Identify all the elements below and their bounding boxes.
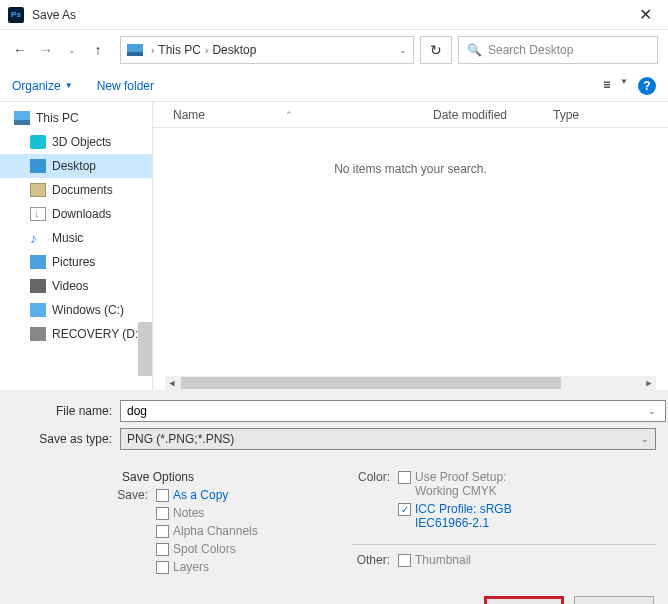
desktop-icon	[30, 159, 46, 173]
sidebar-item-label: RECOVERY (D:)	[52, 327, 142, 341]
icc-label: ICC Profile: sRGB	[415, 502, 512, 516]
close-button[interactable]: ✕	[631, 1, 660, 28]
scroll-right-icon[interactable]: ►	[642, 378, 656, 388]
column-name[interactable]: Name ⌃	[153, 108, 423, 122]
savetype-label: Save as type:	[12, 432, 120, 446]
pic-icon	[30, 255, 46, 269]
notes-checkbox[interactable]	[156, 507, 169, 520]
pc-icon	[14, 111, 30, 125]
music-icon: ♪	[30, 231, 46, 245]
column-type[interactable]: Type	[543, 108, 623, 122]
proof-checkbox[interactable]	[398, 471, 411, 484]
sidebar-item-documents[interactable]: Documents	[0, 178, 152, 202]
path-segment[interactable]: This PC	[158, 43, 201, 57]
icc-label2: IEC61966-2.1	[415, 516, 489, 530]
file-list: Name ⌃ Date modified Type No items match…	[152, 102, 668, 390]
color-label: Color:	[352, 470, 398, 484]
sidebar-item-desktop[interactable]: Desktop	[0, 154, 152, 178]
filename-input[interactable]	[120, 400, 666, 422]
save-button[interactable]: Save	[484, 596, 564, 604]
thumbnail-label: Thumbnail	[415, 553, 471, 567]
dl-icon	[30, 207, 46, 221]
save-label: Save:	[12, 488, 156, 502]
chevron-down-icon: ▼	[65, 81, 73, 90]
other-label: Other:	[352, 553, 398, 567]
sidebar-item-windows-c-[interactable]: Windows (C:)	[0, 298, 152, 322]
pc-icon	[127, 44, 143, 56]
back-button[interactable]: ←	[10, 38, 30, 62]
sidebar-item-label: Videos	[52, 279, 88, 293]
sidebar-item-music[interactable]: ♪Music	[0, 226, 152, 250]
save-options-title: Save Options	[122, 470, 352, 484]
forward-button[interactable]: →	[36, 38, 56, 62]
app-icon: Ps	[8, 7, 24, 23]
sidebar-item-label: 3D Objects	[52, 135, 111, 149]
sidebar-item-label: Pictures	[52, 255, 95, 269]
content-area: This PC3D ObjectsDesktopDocumentsDownloa…	[0, 102, 668, 390]
organize-menu[interactable]: Organize ▼	[12, 79, 73, 93]
svg-rect-0	[604, 81, 610, 83]
new-folder-button[interactable]: New folder	[97, 79, 154, 93]
view-options-button[interactable]: ▼	[604, 77, 628, 95]
horizontal-scrollbar[interactable]: ◄ ►	[165, 376, 656, 390]
column-date[interactable]: Date modified	[423, 108, 543, 122]
navbar: ← → ⌄ ↑ › This PC › Desktop ⌄ ↻ 🔍 Search…	[0, 30, 668, 70]
svg-rect-1	[604, 83, 610, 85]
chevron-down-icon[interactable]: ⌄	[399, 45, 407, 55]
thumbnail-checkbox[interactable]	[398, 554, 411, 567]
column-headers: Name ⌃ Date modified Type	[153, 102, 668, 128]
footer: ⌃ Hide Folders Save Cancel	[0, 588, 668, 604]
form-area: File name: ⌄ Save as type: PNG (*.PNG;*.…	[0, 390, 668, 464]
sort-arrow-icon: ⌃	[285, 110, 293, 120]
sidebar-item-downloads[interactable]: Downloads	[0, 202, 152, 226]
sidebar-item-recovery-d-[interactable]: RECOVERY (D:)	[0, 322, 152, 346]
icc-checkbox[interactable]	[398, 503, 411, 516]
path-box[interactable]: › This PC › Desktop ⌄	[120, 36, 414, 64]
save-options: Save Options Save: As a Copy Notes Alpha…	[0, 464, 668, 588]
scrollbar-thumb[interactable]	[181, 377, 561, 389]
up-button[interactable]: ↑	[88, 38, 108, 62]
chevron-right-icon: ›	[151, 45, 154, 56]
sidebar-item-label: Music	[52, 231, 83, 245]
help-button[interactable]: ?	[638, 77, 656, 95]
rec-icon	[30, 327, 46, 341]
doc-icon	[30, 183, 46, 197]
layers-checkbox[interactable]	[156, 561, 169, 574]
filename-label: File name:	[12, 404, 120, 418]
empty-message: No items match your search.	[153, 162, 668, 176]
chevron-down-icon: ⌄	[641, 434, 649, 444]
sidebar-item-label: Windows (C:)	[52, 303, 124, 317]
as-copy-checkbox[interactable]	[156, 489, 169, 502]
spot-checkbox[interactable]	[156, 543, 169, 556]
search-icon: 🔍	[467, 43, 482, 57]
sidebar-item-label: Desktop	[52, 159, 96, 173]
proof-label2: Working CMYK	[415, 484, 497, 498]
vid-icon	[30, 279, 46, 293]
sidebar-item-3d-objects[interactable]: 3D Objects	[0, 130, 152, 154]
sidebar-item-pictures[interactable]: Pictures	[0, 250, 152, 274]
sidebar-item-this-pc[interactable]: This PC	[0, 106, 152, 130]
recent-dropdown[interactable]: ⌄	[62, 38, 82, 62]
sidebar-item-videos[interactable]: Videos	[0, 274, 152, 298]
proof-label: Use Proof Setup:	[415, 470, 506, 484]
sidebar: This PC3D ObjectsDesktopDocumentsDownloa…	[0, 102, 152, 390]
3d-icon	[30, 135, 46, 149]
alpha-checkbox[interactable]	[156, 525, 169, 538]
path-segment[interactable]: Desktop	[212, 43, 256, 57]
spot-label: Spot Colors	[173, 542, 236, 556]
win-icon	[30, 303, 46, 317]
sidebar-item-label: Downloads	[52, 207, 111, 221]
sidebar-item-label: This PC	[36, 111, 79, 125]
savetype-select[interactable]: PNG (*.PNG;*.PNS) ⌄	[120, 428, 656, 450]
search-input[interactable]: 🔍 Search Desktop	[458, 36, 658, 64]
alpha-label: Alpha Channels	[173, 524, 258, 538]
toolbar: Organize ▼ New folder ▼ ?	[0, 70, 668, 102]
scrollbar-thumb[interactable]	[138, 322, 152, 376]
refresh-button[interactable]: ↻	[420, 36, 452, 64]
cancel-button[interactable]: Cancel	[574, 596, 654, 604]
titlebar: Ps Save As ✕	[0, 0, 668, 30]
window-title: Save As	[32, 8, 631, 22]
scroll-left-icon[interactable]: ◄	[165, 378, 179, 388]
chevron-down-icon: ▼	[620, 77, 628, 95]
chevron-down-icon[interactable]: ⌄	[648, 406, 656, 416]
